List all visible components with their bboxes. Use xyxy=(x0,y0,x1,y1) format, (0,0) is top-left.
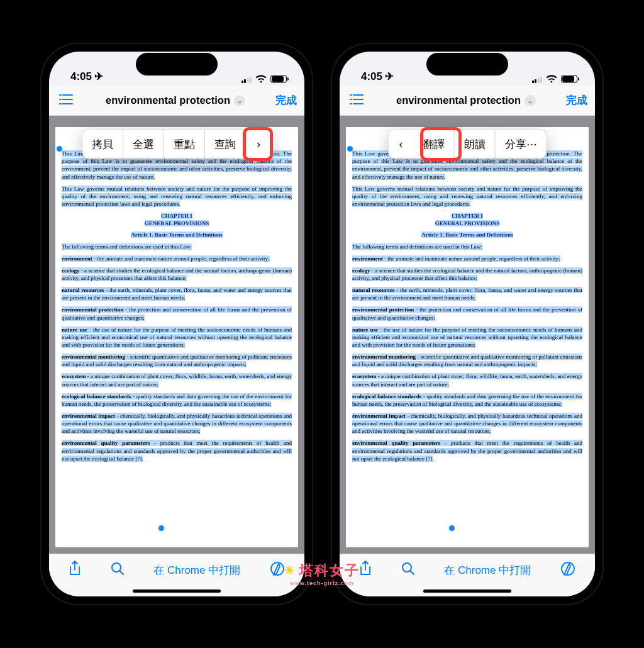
menu-next-arrow-icon[interactable]: › xyxy=(246,130,271,159)
wifi-icon xyxy=(255,75,267,83)
menu-share[interactable]: 分享⋯ xyxy=(496,130,547,159)
svg-point-8 xyxy=(271,562,284,575)
markup-icon[interactable] xyxy=(560,561,575,580)
dynamic-island xyxy=(136,53,218,75)
sun-icon: ☀ xyxy=(284,564,296,578)
dynamic-island xyxy=(426,53,508,75)
menu-translate[interactable]: 翻譯 xyxy=(414,130,455,159)
watermark-text: 塔科女子 xyxy=(299,561,360,580)
cell-signal-icon xyxy=(242,75,252,83)
svg-line-16 xyxy=(410,571,414,574)
menu-select-all[interactable]: 全選 xyxy=(123,130,164,159)
open-in-chrome-button[interactable]: 在 Chrome 中打開 xyxy=(444,563,531,578)
watermark-url: www.tech-girlz.com xyxy=(284,580,360,586)
pdf-page: LAW OF THE AZL UAN REPUBLIC This Law gov… xyxy=(55,127,298,547)
status-icons xyxy=(242,75,287,83)
home-indicator[interactable] xyxy=(423,589,511,593)
selection-start-handle[interactable] xyxy=(57,146,62,152)
document-title[interactable]: environmental protection ⌄ xyxy=(370,94,562,106)
toc-icon[interactable] xyxy=(347,92,366,109)
nav-bar: environmental protection ⌄ 完成 xyxy=(340,86,595,116)
done-button[interactable]: 完成 xyxy=(566,93,587,108)
status-time: 4:05 ✈︎ xyxy=(70,70,103,83)
done-button[interactable]: 完成 xyxy=(275,93,297,108)
selection-end-handle[interactable] xyxy=(158,525,164,531)
share-icon[interactable] xyxy=(359,561,372,581)
document-title-text: environmental protection xyxy=(106,94,230,106)
document-viewport[interactable]: ‹ 翻譯 朗讀 分享⋯ LAW OF THE AZL UAN REPUBLIC … xyxy=(340,116,595,554)
nav-bar: environmental protection ⌄ 完成 xyxy=(49,86,304,116)
share-icon[interactable] xyxy=(69,561,81,581)
cell-signal-icon xyxy=(532,75,543,83)
document-title[interactable]: environmental protection ⌄ xyxy=(79,94,272,106)
text-selection-menu: ‹ 翻譯 朗讀 分享⋯ xyxy=(389,130,547,159)
watermark-logo: ☀塔科女子 www.tech-girlz.com xyxy=(284,561,360,586)
phone-mockup-left: 4:05 ✈︎ environmental protection ⌄ 完成 xyxy=(42,44,312,604)
search-icon[interactable] xyxy=(111,562,125,579)
menu-copy[interactable]: 拷貝 xyxy=(82,130,123,159)
svg-point-17 xyxy=(562,562,574,575)
home-indicator[interactable] xyxy=(133,589,221,593)
menu-prev-arrow-icon[interactable]: ‹ xyxy=(389,130,414,159)
location-arrow-icon: ✈︎ xyxy=(385,70,394,83)
status-time: 4:05 ✈︎ xyxy=(361,70,394,83)
svg-line-7 xyxy=(119,571,123,574)
battery-icon xyxy=(561,75,577,83)
document-viewport[interactable]: 拷貝 全選 重點 查詢 › LAW OF THE AZL UAN REPUBLI… xyxy=(49,116,304,554)
selection-start-handle[interactable] xyxy=(347,146,353,152)
chevron-down-icon: ⌄ xyxy=(234,95,245,106)
battery-icon xyxy=(270,75,287,83)
toc-icon[interactable] xyxy=(57,92,75,109)
screen: 4:05 ✈︎ environmental protection ⌄ 完成 xyxy=(49,52,304,596)
markup-icon[interactable] xyxy=(270,561,285,580)
text-selection-menu: 拷貝 全選 重點 查詢 › xyxy=(82,130,271,159)
location-arrow-icon: ✈︎ xyxy=(94,70,103,83)
menu-speak[interactable]: 朗讀 xyxy=(455,130,496,159)
pdf-page: LAW OF THE AZL UAN REPUBLIC This Law gov… xyxy=(346,127,589,547)
chevron-down-icon: ⌄ xyxy=(525,95,536,106)
menu-highlight[interactable]: 重點 xyxy=(164,130,205,159)
selection-end-handle[interactable] xyxy=(449,525,455,531)
phone-mockup-right: 4:05 ✈︎ environmental protection ⌄ 完成 ‹ xyxy=(332,44,602,604)
search-icon[interactable] xyxy=(401,562,415,579)
screen: 4:05 ✈︎ environmental protection ⌄ 完成 ‹ xyxy=(340,52,595,596)
document-title-text: environmental protection xyxy=(396,94,521,106)
open-in-chrome-button[interactable]: 在 Chrome 中打開 xyxy=(153,563,240,578)
status-icons xyxy=(532,75,578,83)
wifi-icon xyxy=(546,75,557,83)
menu-lookup[interactable]: 查詢 xyxy=(205,130,246,159)
